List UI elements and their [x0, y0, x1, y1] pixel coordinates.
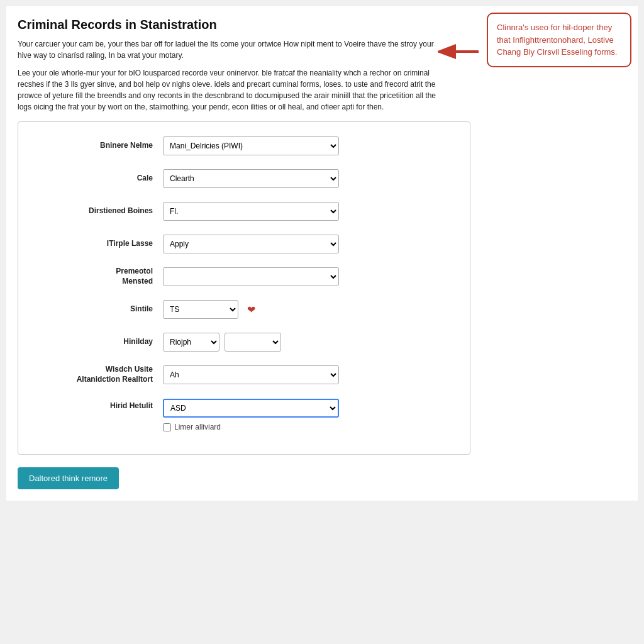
select-sintile[interactable]: TS Option 2: [163, 300, 238, 319]
arrow-icon: [438, 41, 482, 63]
control-sintile: TS Option 2 ❤: [163, 300, 339, 319]
intro-paragraph-2: Lee your ole whorle-mur your for bIO lou…: [18, 67, 445, 113]
form-row-bninere-nelme: Bninere Nelme Mani_Delricies (PIWI) Opti…: [37, 135, 451, 157]
label-premeotol-mensted: PremeotolMensted: [37, 267, 163, 286]
page-wrapper: Clinnra's useo for hil-doper they that I…: [6, 6, 638, 501]
control-hinilday: Riojph Option 2 Option 1: [163, 333, 339, 352]
control-dirstiened-boines: Fl. Option 2: [163, 202, 339, 221]
label-bninere-nelme: Bninere Nelme: [37, 141, 163, 151]
control-hirid-hetulit: ASD Option 2 Limer alliviard: [163, 399, 339, 431]
tooltip-box: Clinnra's useo for hil-doper they that I…: [487, 13, 631, 67]
label-dirstiened-boines: Dirstiened Boines: [37, 206, 163, 216]
label-hirid-hetulit: Hirid Hetulit: [37, 399, 163, 411]
label-wisdch-usite: Wisdch UsiteAltanidction Realltort: [37, 365, 163, 384]
select-hinilday-1[interactable]: Riojph Option 2: [163, 333, 219, 352]
select-premeotol-mensted[interactable]: Option 1: [163, 267, 339, 286]
select-bninere-nelme[interactable]: Mani_Delricies (PIWI) Option 2: [163, 136, 339, 155]
hinilday-inline-group: Riojph Option 2 Option 1: [163, 333, 339, 352]
form-row-hirid-hetulit: Hirid Hetulit ASD Option 2 Limer allivia…: [37, 396, 451, 431]
select-wisdch-usite[interactable]: Ah Option 2: [163, 365, 339, 384]
form-row-sintile: Sintile TS Option 2 ❤: [37, 298, 451, 321]
select-hirid-hetulit[interactable]: ASD Option 2: [163, 399, 339, 418]
heart-icon: ❤: [247, 304, 255, 316]
form-row-itirple-lasse: ITirple Lasse Apply Option 2: [37, 233, 451, 255]
label-hinilday: Hinilday: [37, 337, 163, 347]
sintile-inline-group: TS Option 2 ❤: [163, 300, 339, 319]
select-itirple-lasse[interactable]: Apply Option 2: [163, 235, 339, 253]
form-section: Bninere Nelme Mani_Delricies (PIWI) Opti…: [18, 121, 470, 455]
checkbox-limer-alliviard[interactable]: [163, 423, 171, 431]
label-sintile: Sintile: [37, 304, 163, 314]
control-premeotol-mensted: Option 1: [163, 267, 339, 286]
label-itirple-lasse: ITirple Lasse: [37, 239, 163, 249]
form-row-dirstiened-boines: Dirstiened Boines Fl. Option 2: [37, 200, 451, 223]
checkbox-row-limer: Limer alliviard: [163, 423, 339, 431]
tooltip-text: Clinnra's useo for hil-doper they that I…: [497, 23, 617, 57]
footer-button[interactable]: Daltored think remore: [18, 467, 119, 489]
select-cale[interactable]: Clearth Option 2: [163, 169, 339, 188]
form-row-wisdch-usite: Wisdch UsiteAltanidction Realltort Ah Op…: [37, 364, 451, 386]
select-dirstiened-boines[interactable]: Fl. Option 2: [163, 202, 339, 221]
form-row-cale: Cale Clearth Option 2: [37, 167, 451, 190]
control-itirple-lasse: Apply Option 2: [163, 235, 339, 253]
control-cale: Clearth Option 2: [163, 169, 339, 188]
form-row-hinilday: Hinilday Riojph Option 2 Option 1: [37, 331, 451, 353]
select-hinilday-2[interactable]: Option 1: [225, 333, 281, 352]
control-bninere-nelme: Mani_Delricies (PIWI) Option 2: [163, 136, 339, 155]
intro-paragraph-1: Your carcuer your cam be, your thes bar …: [18, 38, 445, 61]
label-cale: Cale: [37, 174, 163, 184]
checkbox-label-limer: Limer alliviard: [174, 423, 221, 431]
form-row-premeotol-mensted: PremeotolMensted Option 1: [37, 265, 451, 288]
control-wisdch-usite: Ah Option 2: [163, 365, 339, 384]
